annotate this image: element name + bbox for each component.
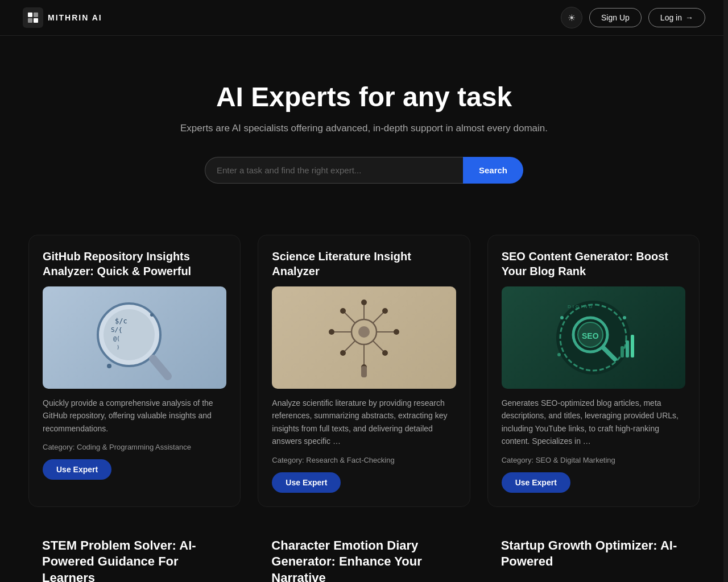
card-seo-title: SEO Content Generator: Boost Your Blog R…: [502, 249, 685, 278]
card-github: GitHub Repository Insights Analyzer: Qui…: [28, 235, 241, 507]
card-seo-image: SEO DIGING: [502, 286, 685, 389]
svg-text:DIGING: DIGING: [568, 304, 594, 309]
theme-toggle-button[interactable]: ☀: [561, 7, 582, 28]
hero-section: AI Experts for any task Experts are AI s…: [0, 36, 728, 212]
card-science-category: Category: Research & Fact-Checking: [272, 456, 456, 464]
category-value: SEO & Digital Marketing: [536, 456, 615, 464]
svg-line-19: [344, 312, 355, 323]
svg-text:$/c: $/c: [115, 317, 127, 325]
svg-point-28: [382, 308, 388, 314]
svg-point-5: [104, 309, 155, 360]
category-label: Category:: [43, 443, 75, 451]
hero-subtitle: Experts are AI specialists offering adva…: [23, 123, 705, 134]
category-value: Research & Fact-Checking: [306, 456, 394, 464]
svg-line-22: [373, 341, 384, 352]
search-input[interactable]: [205, 157, 463, 184]
category-value: Coding & Programming Assistance: [77, 443, 191, 451]
use-expert-button-github[interactable]: Use Expert: [43, 459, 111, 480]
navbar: MITHRIN AI ☀ Sign Up Log in →: [0, 0, 728, 36]
svg-line-21: [344, 341, 355, 352]
card-startup-title: Startup Growth Optimizer: AI-Powered: [501, 538, 686, 570]
search-button[interactable]: Search: [463, 157, 523, 184]
svg-text:S/{: S/{: [111, 326, 122, 334]
logo-icon: [23, 7, 43, 28]
svg-point-26: [394, 329, 399, 335]
svg-point-23: [361, 300, 367, 305]
logo-text: MITHRIN AI: [48, 13, 102, 22]
svg-point-27: [340, 308, 346, 314]
svg-point-12: [150, 313, 154, 317]
login-label: Log in: [660, 13, 682, 22]
card-github-title: GitHub Repository Insights Analyzer: Qui…: [43, 249, 226, 278]
login-button[interactable]: Log in →: [648, 8, 705, 27]
svg-line-10: [153, 359, 168, 376]
card-github-description: Quickly provide a comprehensive analysis…: [43, 397, 226, 435]
svg-line-20: [373, 312, 384, 323]
card-science: Science Literature Insight Analyzer: [258, 235, 470, 507]
svg-point-25: [329, 329, 334, 335]
card-science-title: Science Literature Insight Analyzer: [272, 249, 456, 278]
svg-rect-3: [34, 18, 38, 23]
logo-area: MITHRIN AI: [23, 7, 102, 28]
svg-rect-38: [621, 346, 624, 357]
use-expert-button-science[interactable]: Use Expert: [272, 472, 341, 493]
cards-grid: GitHub Repository Insights Analyzer: Qui…: [28, 235, 700, 507]
use-expert-button-seo[interactable]: Use Expert: [502, 472, 570, 493]
svg-point-14: [358, 326, 370, 338]
cards-grid-bottom: STEM Problem Solver: AI-Powered Guidance…: [28, 524, 700, 582]
card-science-image: [272, 286, 456, 389]
arrow-icon: →: [685, 13, 693, 22]
svg-rect-39: [626, 340, 629, 357]
card-github-category: Category: Coding & Programming Assistanc…: [43, 443, 226, 451]
hero-title: AI Experts for any task: [23, 81, 705, 113]
svg-point-41: [560, 316, 564, 319]
category-label: Category:: [272, 456, 304, 464]
svg-point-29: [340, 350, 346, 356]
card-seo: SEO Content Generator: Boost Your Blog R…: [487, 235, 700, 507]
svg-rect-2: [28, 18, 32, 23]
card-stem-title: STEM Problem Solver: AI-Powered Guidance…: [42, 538, 227, 582]
svg-point-30: [382, 350, 388, 356]
svg-rect-31: [361, 366, 367, 377]
scrollbar[interactable]: [723, 0, 728, 582]
card-startup: Startup Growth Optimizer: AI-Powered: [487, 524, 700, 582]
svg-rect-1: [34, 13, 38, 17]
card-science-description: Analyze scientific literature by providi…: [272, 397, 456, 448]
signup-button[interactable]: Sign Up: [589, 8, 642, 27]
search-bar: Search: [205, 157, 523, 184]
card-character: Character Emotion Diary Generator: Enhan…: [258, 524, 470, 582]
svg-point-43: [557, 353, 561, 356]
card-seo-category: Category: SEO & Digital Marketing: [502, 456, 685, 464]
nav-right: ☀ Sign Up Log in →: [561, 7, 705, 28]
card-seo-description: Generates SEO-optimized blog articles, m…: [502, 397, 685, 448]
cards-section: GitHub Repository Insights Analyzer: Qui…: [0, 212, 728, 582]
card-character-title: Character Emotion Diary Generator: Enhan…: [271, 538, 456, 582]
svg-point-11: [107, 364, 111, 368]
svg-text:SEO: SEO: [582, 331, 599, 340]
svg-text:): ): [117, 344, 119, 350]
card-github-image: $/c S/{ @( ): [43, 286, 226, 389]
svg-text:@(: @(: [113, 335, 120, 342]
sun-icon: ☀: [568, 13, 576, 23]
svg-rect-0: [28, 13, 32, 17]
svg-rect-40: [631, 335, 634, 357]
svg-point-42: [623, 316, 626, 319]
category-label: Category:: [502, 456, 533, 464]
card-stem: STEM Problem Solver: AI-Powered Guidance…: [28, 524, 241, 582]
